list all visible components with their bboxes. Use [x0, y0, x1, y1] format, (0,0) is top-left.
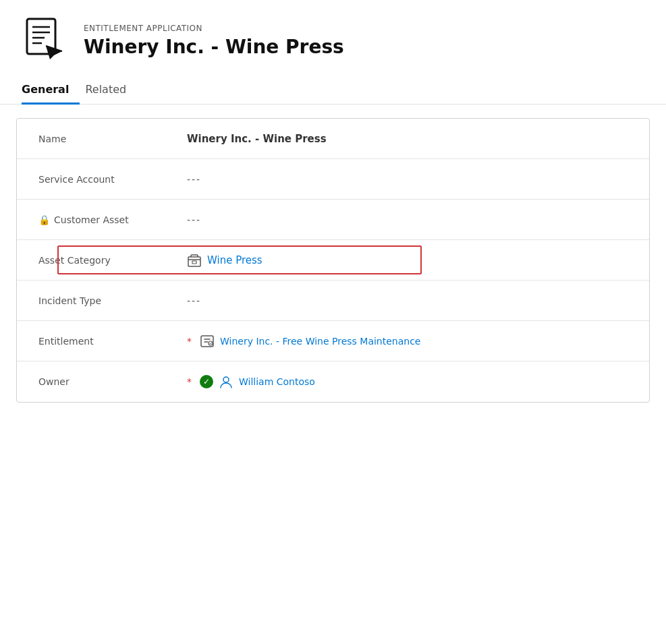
field-row-incident-type: Incident Type ---	[17, 281, 649, 321]
tab-related[interactable]: Related	[85, 76, 137, 105]
field-row-owner: Owner * ✓ William Contoso	[17, 361, 649, 402]
field-value-incident-type: ---	[187, 295, 628, 306]
owner-required-star: *	[187, 376, 192, 387]
field-row-customer-asset: 🔒 Customer Asset ---	[17, 200, 649, 240]
field-value-customer-asset: ---	[187, 214, 628, 225]
asset-category-link[interactable]: Wine Press	[207, 254, 262, 266]
field-row-asset-category: Asset Category Wine Press	[17, 240, 649, 281]
entitlement-icon	[200, 334, 215, 349]
svg-point-12	[223, 377, 229, 382]
field-label-asset-category: Asset Category	[38, 255, 187, 266]
field-value-owner: * ✓ William Contoso	[187, 374, 628, 389]
field-value-entitlement: * Winery Inc. - Free Wine Press Maintena…	[187, 334, 628, 349]
svg-rect-7	[188, 257, 200, 266]
app-title: Winery Inc. - Wine Press	[84, 36, 344, 58]
field-value-name: Winery Inc. - Wine Press	[187, 133, 628, 145]
field-label-service-account: Service Account	[38, 174, 187, 185]
app-subtitle: ENTITLEMENT APPLICATION	[84, 24, 344, 33]
category-icon	[187, 253, 202, 268]
app-logo	[22, 16, 70, 65]
field-label-owner: Owner	[38, 376, 187, 387]
field-row-name: Name Winery Inc. - Wine Press	[17, 119, 649, 159]
form-card: Name Winery Inc. - Wine Press Service Ac…	[16, 118, 650, 403]
tabs-bar: General Related	[0, 76, 666, 105]
svg-rect-9	[192, 261, 196, 264]
field-label-incident-type: Incident Type	[38, 295, 187, 306]
owner-check-icon: ✓	[200, 375, 213, 388]
app-title-block: ENTITLEMENT APPLICATION Winery Inc. - Wi…	[84, 24, 344, 58]
lock-icon: 🔒	[38, 214, 50, 225]
field-value-service-account: ---	[187, 174, 628, 185]
field-row-service-account: Service Account ---	[17, 159, 649, 200]
field-label-name: Name	[38, 134, 187, 144]
app-header: ENTITLEMENT APPLICATION Winery Inc. - Wi…	[0, 0, 666, 76]
field-label-customer-asset: 🔒 Customer Asset	[38, 214, 187, 225]
field-label-entitlement: Entitlement	[38, 336, 187, 347]
svg-point-11	[209, 341, 213, 345]
owner-link[interactable]: William Contoso	[239, 376, 315, 387]
field-value-asset-category[interactable]: Wine Press	[187, 253, 628, 268]
entitlement-link[interactable]: Winery Inc. - Free Wine Press Maintenanc…	[220, 336, 420, 347]
person-icon	[219, 374, 233, 389]
entitlement-required-star: *	[187, 336, 192, 347]
field-row-entitlement: Entitlement * Winery Inc. - Free Wine Pr…	[17, 321, 649, 361]
tab-general[interactable]: General	[22, 76, 80, 105]
